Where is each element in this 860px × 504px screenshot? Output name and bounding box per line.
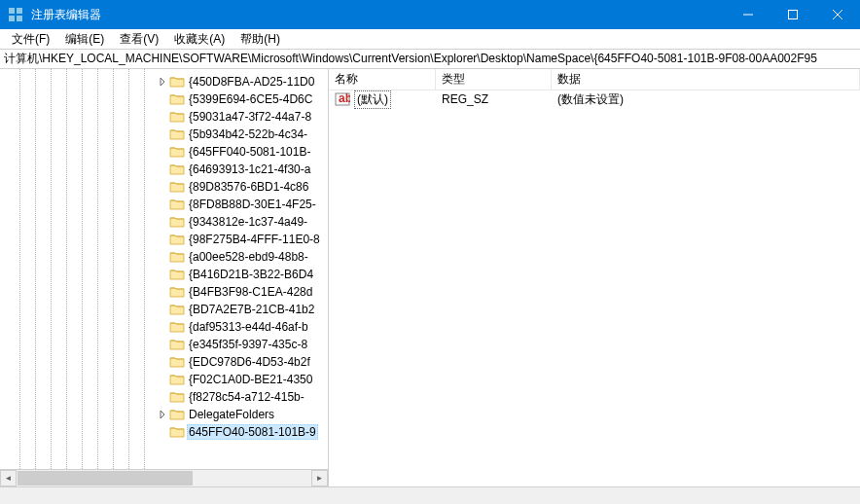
folder-icon bbox=[169, 180, 185, 194]
svg-rect-0 bbox=[9, 8, 15, 14]
close-button[interactable] bbox=[815, 0, 860, 29]
tree-item[interactable]: {5399E694-6CE5-4D6C bbox=[0, 90, 328, 108]
tree-item-label: {8FD8B88D-30E1-4F25- bbox=[187, 198, 318, 211]
app-icon bbox=[8, 7, 23, 22]
tree-spacer bbox=[156, 285, 169, 299]
tree-spacer bbox=[156, 355, 169, 369]
scroll-right-button[interactable]: ► bbox=[311, 470, 328, 486]
folder-icon bbox=[169, 373, 185, 386]
address-text: 计算机\HKEY_LOCAL_MACHINE\SOFTWARE\Microsof… bbox=[4, 51, 817, 67]
tree-item[interactable]: {B416D21B-3B22-B6D4 bbox=[0, 266, 328, 283]
folder-icon bbox=[169, 425, 185, 439]
tree-item[interactable]: {450D8FBA-AD25-11D0 bbox=[0, 73, 328, 90]
tree-item[interactable]: {B4FB3F98-C1EA-428d bbox=[0, 283, 328, 301]
tree-item-label: {B416D21B-3B22-B6D4 bbox=[187, 268, 315, 281]
svg-rect-5 bbox=[789, 11, 798, 19]
folder-icon bbox=[169, 110, 185, 124]
tree-item-label: {645FF040-5081-101B- bbox=[187, 145, 312, 159]
tree-item[interactable]: {64693913-1c21-4f30-a bbox=[0, 161, 328, 178]
tree-spacer bbox=[156, 145, 169, 159]
tree-spacer bbox=[156, 233, 169, 246]
tree-item[interactable]: {e345f35f-9397-435c-8 bbox=[0, 336, 328, 353]
tree-pane: {450D8FBA-AD25-11D0{5399E694-6CE5-4D6C{5… bbox=[0, 69, 329, 486]
string-value-icon: ab bbox=[335, 92, 350, 106]
folder-icon bbox=[169, 198, 185, 211]
scroll-left-button[interactable]: ◄ bbox=[0, 470, 17, 486]
menu-view[interactable]: 查看(V) bbox=[112, 29, 166, 50]
tree-item-label: {F02C1A0D-BE21-4350 bbox=[187, 373, 314, 386]
scroll-thumb[interactable] bbox=[18, 471, 193, 486]
value-row[interactable]: ab (默认) REG_SZ (数值未设置) bbox=[329, 90, 860, 108]
folder-icon bbox=[169, 92, 185, 106]
tree-item[interactable]: {a00ee528-ebd9-48b8- bbox=[0, 248, 328, 266]
folder-icon bbox=[169, 390, 185, 404]
value-data: (数值未设置) bbox=[557, 91, 624, 108]
column-header-type[interactable]: 类型 bbox=[436, 69, 552, 90]
tree-spacer bbox=[156, 425, 169, 439]
tree-item-label: {5b934b42-522b-4c34- bbox=[187, 127, 309, 141]
tree-spacer bbox=[156, 268, 169, 281]
tree-item[interactable]: {5b934b42-522b-4c34- bbox=[0, 126, 328, 143]
tree-item[interactable]: {645FF040-5081-101B- bbox=[0, 143, 328, 161]
tree-item[interactable]: {98F275B4-4FFF-11E0-8 bbox=[0, 231, 328, 248]
tree-item-label: {64693913-1c21-4f30-a bbox=[187, 162, 312, 176]
tree-item-label: {9343812e-1c37-4a49- bbox=[187, 215, 309, 229]
tree-item[interactable]: DelegateFolders bbox=[0, 406, 328, 423]
svg-rect-1 bbox=[17, 8, 22, 14]
minimize-button[interactable] bbox=[726, 0, 770, 29]
values-header: 名称 类型 数据 bbox=[329, 69, 860, 90]
tree-item[interactable]: {BD7A2E7B-21CB-41b2 bbox=[0, 301, 328, 318]
folder-icon bbox=[169, 355, 185, 369]
tree-item[interactable]: {F02C1A0D-BE21-4350 bbox=[0, 371, 328, 388]
svg-rect-2 bbox=[9, 16, 15, 21]
tree-spacer bbox=[156, 250, 169, 264]
menu-file[interactable]: 文件(F) bbox=[4, 29, 57, 50]
tree-item[interactable]: {8FD8B88D-30E1-4F25- bbox=[0, 196, 328, 213]
menu-help[interactable]: 帮助(H) bbox=[233, 29, 288, 50]
tree-item[interactable]: {89D83576-6BD1-4c86 bbox=[0, 178, 328, 196]
tree-item[interactable]: {daf95313-e44d-46af-b bbox=[0, 318, 328, 336]
tree-item-label: 645FFO40-5081-101B-9 bbox=[187, 424, 318, 440]
tree-spacer bbox=[156, 180, 169, 194]
tree-horizontal-scrollbar[interactable]: ◄ ► bbox=[0, 469, 328, 486]
tree-item-label: {59031a47-3f72-44a7-8 bbox=[187, 110, 313, 124]
tree-item-label: {5399E694-6CE5-4D6C bbox=[187, 92, 314, 106]
tree-item-label: {EDC978D6-4D53-4b2f bbox=[187, 355, 312, 369]
tree-scroll[interactable]: {450D8FBA-AD25-11D0{5399E694-6CE5-4D6C{5… bbox=[0, 69, 328, 486]
address-bar[interactable]: 计算机\HKEY_LOCAL_MACHINE\SOFTWARE\Microsof… bbox=[0, 50, 860, 69]
tree-item-label: DelegateFolders bbox=[187, 408, 276, 421]
tree-item-label: {89D83576-6BD1-4c86 bbox=[187, 180, 310, 194]
folder-icon bbox=[169, 233, 185, 246]
tree-item[interactable]: 645FFO40-5081-101B-9 bbox=[0, 423, 328, 441]
expand-icon[interactable] bbox=[156, 75, 169, 89]
tree-item-label: {daf95313-e44d-46af-b bbox=[187, 320, 310, 334]
scroll-track[interactable] bbox=[17, 470, 311, 486]
folder-icon bbox=[169, 303, 185, 316]
folder-icon bbox=[169, 285, 185, 299]
statusbar bbox=[0, 486, 860, 504]
tree-item-label: {450D8FBA-AD25-11D0 bbox=[187, 75, 316, 89]
menu-edit[interactable]: 编辑(E) bbox=[57, 29, 112, 50]
tree-item[interactable]: {EDC978D6-4D53-4b2f bbox=[0, 353, 328, 371]
tree-item[interactable]: {f8278c54-a712-415b- bbox=[0, 388, 328, 406]
window-title: 注册表编辑器 bbox=[31, 7, 726, 23]
column-header-name[interactable]: 名称 bbox=[329, 69, 436, 90]
tree-item-label: {f8278c54-a712-415b- bbox=[187, 390, 306, 404]
tree-item[interactable]: {59031a47-3f72-44a7-8 bbox=[0, 108, 328, 126]
expand-icon[interactable] bbox=[156, 408, 169, 421]
values-pane: 名称 类型 数据 ab (默认) REG_SZ (数值未设置) bbox=[329, 69, 860, 486]
tree-spacer bbox=[156, 338, 169, 351]
maximize-button[interactable] bbox=[770, 0, 815, 29]
tree-spacer bbox=[156, 320, 169, 334]
svg-rect-3 bbox=[17, 16, 22, 21]
tree-item[interactable]: {9343812e-1c37-4a49- bbox=[0, 213, 328, 231]
menu-favorites[interactable]: 收藏夹(A) bbox=[166, 29, 233, 50]
tree-item-label: {e345f35f-9397-435c-8 bbox=[187, 338, 309, 351]
folder-icon bbox=[169, 250, 185, 264]
folder-icon bbox=[169, 215, 185, 229]
tree-spacer bbox=[156, 198, 169, 211]
tree-spacer bbox=[156, 303, 169, 316]
column-header-data[interactable]: 数据 bbox=[552, 69, 860, 90]
tree-item-label: {B4FB3F98-C1EA-428d bbox=[187, 285, 314, 299]
tree-spacer bbox=[156, 127, 169, 141]
